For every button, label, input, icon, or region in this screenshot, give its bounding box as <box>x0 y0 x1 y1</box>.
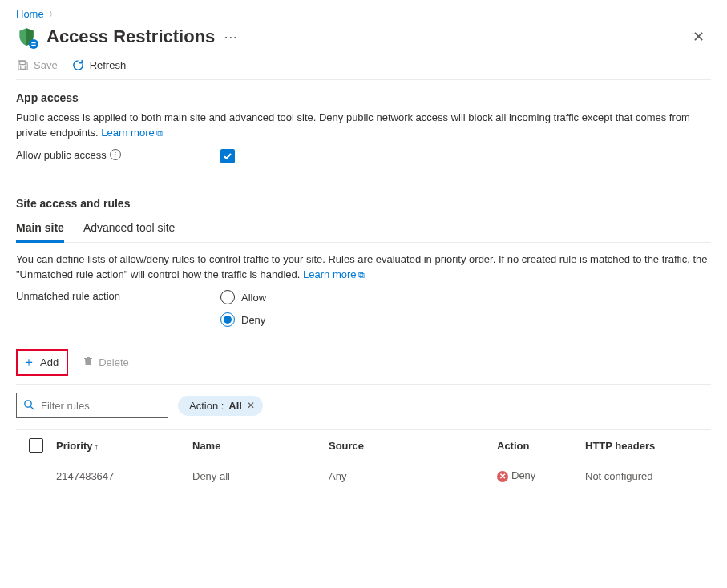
save-label: Save <box>34 59 58 71</box>
more-menu-button[interactable]: ··· <box>224 31 238 43</box>
col-header-priority[interactable]: Priority↑ <box>56 440 192 452</box>
app-access-description: Public access is applied to both main si… <box>16 111 711 141</box>
cell-http: Not configured <box>585 470 711 482</box>
rule-action-bar: ＋ Add Delete <box>16 349 711 376</box>
external-link-icon: ⧉ <box>156 128 163 138</box>
chip-remove-icon[interactable]: ✕ <box>247 400 255 411</box>
delete-label: Delete <box>99 356 129 369</box>
learn-more-link-2[interactable]: Learn more⧉ <box>303 268 364 280</box>
breadcrumb-home[interactable]: Home <box>16 8 44 20</box>
breadcrumb: Home 〉 <box>16 8 711 20</box>
chevron-right-icon: 〉 <box>49 9 57 20</box>
page-title: Access Restrictions <box>46 26 215 47</box>
page-header: Access Restrictions ··· ✕ <box>16 25 711 49</box>
search-icon <box>23 399 34 413</box>
radio-icon <box>220 290 235 304</box>
trash-icon <box>83 356 94 369</box>
filter-bar: Action : All ✕ <box>16 384 711 418</box>
filter-chip-action[interactable]: Action : All ✕ <box>178 396 263 416</box>
filter-input-wrapper[interactable] <box>16 393 168 418</box>
select-all-checkbox[interactable] <box>29 438 43 453</box>
refresh-button[interactable]: Refresh <box>72 58 127 71</box>
app-access-heading: App access <box>16 91 711 104</box>
cell-action: ✕Deny <box>497 469 585 482</box>
site-rules-description: You can define lists of allow/deny rules… <box>16 252 711 283</box>
tab-main-site[interactable]: Main site <box>16 216 64 243</box>
unmatched-rule-label: Unmatched rule action <box>16 290 120 302</box>
rules-table: Priority↑ Name Source Action HTTP header… <box>16 429 711 490</box>
radio-allow[interactable]: Allow <box>220 290 711 304</box>
sort-asc-icon: ↑ <box>95 441 99 451</box>
table-header-row: Priority↑ Name Source Action HTTP header… <box>16 430 711 461</box>
refresh-icon <box>72 58 85 71</box>
cell-priority: 2147483647 <box>56 470 192 482</box>
col-header-action[interactable]: Action <box>497 440 585 452</box>
table-row[interactable]: 2147483647 Deny all Any ✕Deny Not config… <box>16 461 711 490</box>
col-header-name[interactable]: Name <box>192 440 329 452</box>
col-header-http[interactable]: HTTP headers <box>585 440 711 452</box>
command-bar: Save Refresh <box>16 58 711 80</box>
plus-icon: ＋ <box>22 354 35 371</box>
save-icon <box>16 58 29 71</box>
chip-label: Action : <box>189 400 224 412</box>
external-link-icon: ⧉ <box>358 270 365 280</box>
allow-public-access-checkbox[interactable] <box>220 149 235 163</box>
info-icon[interactable]: i <box>110 149 121 160</box>
close-button[interactable]: ✕ <box>686 25 711 49</box>
chip-value: All <box>228 400 242 412</box>
col-header-source[interactable]: Source <box>329 440 497 452</box>
add-button[interactable]: ＋ Add <box>16 349 68 376</box>
tab-advanced-tool-site[interactable]: Advanced tool site <box>83 216 175 242</box>
refresh-label: Refresh <box>90 59 127 71</box>
svg-rect-2 <box>30 43 38 45</box>
save-button[interactable]: Save <box>16 58 58 71</box>
filter-input[interactable] <box>39 399 177 413</box>
add-label: Add <box>40 356 59 369</box>
deny-icon: ✕ <box>497 471 508 482</box>
radio-deny-label: Deny <box>241 314 265 326</box>
shield-icon <box>16 26 37 47</box>
learn-more-link[interactable]: Learn more⧉ <box>101 127 162 139</box>
svg-line-4 <box>30 406 34 409</box>
cell-name: Deny all <box>192 470 329 482</box>
cell-source: Any <box>329 470 497 482</box>
delete-button[interactable]: Delete <box>83 356 129 369</box>
allow-public-access-label: Allow public access <box>16 149 107 161</box>
site-rules-heading: Site access and rules <box>16 197 711 210</box>
svg-point-3 <box>25 401 31 407</box>
radio-icon <box>220 312 235 327</box>
radio-deny[interactable]: Deny <box>220 312 711 327</box>
radio-allow-label: Allow <box>241 292 266 304</box>
tabs: Main site Advanced tool site <box>16 216 711 243</box>
